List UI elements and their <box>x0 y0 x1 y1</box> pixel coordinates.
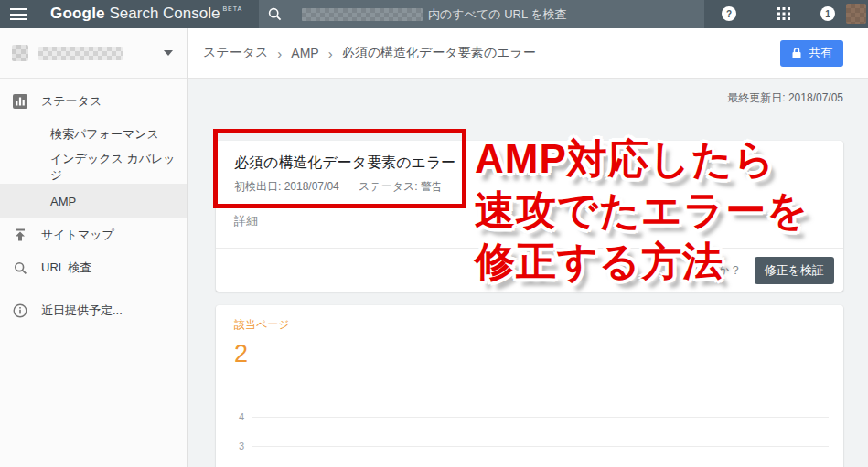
chevron-down-icon <box>164 50 173 56</box>
affected-pages-count: 2 <box>234 340 825 368</box>
apps-grid-icon[interactable] <box>777 7 790 20</box>
gridline-3: 3 <box>228 440 829 451</box>
beta-badge: BETA <box>222 5 242 12</box>
affected-pages-label: 該当ページ <box>234 317 825 333</box>
sidebar-item-amp[interactable]: AMP <box>0 184 187 218</box>
sidebar-item-label: サイトマップ <box>41 227 114 243</box>
sidebar-item-sitemaps[interactable]: サイトマップ <box>0 218 187 251</box>
sidebar-nav: ステータス 検索パフォーマンス インデックス カバレッジ AMP サイトマップ <box>0 79 187 327</box>
sidebar-item-search-performance[interactable]: 検索パフォーマンス <box>0 118 187 151</box>
sidebar-item-label: URL 検査 <box>41 260 91 276</box>
app-window: Google Search ConsoleBETA 内のすべての URL を検査… <box>0 0 868 467</box>
top-bar: Google Search ConsoleBETA 内のすべての URL を検査… <box>0 0 868 28</box>
property-favicon <box>12 45 28 61</box>
annotation-line-1: AMP対応したら <box>475 133 809 185</box>
sidebar-item-label: インデックス カバレッジ <box>50 151 187 184</box>
sidebar-item-label: AMP <box>50 195 76 208</box>
lock-icon <box>791 47 802 59</box>
account-avatar[interactable] <box>846 4 866 24</box>
status-chart-icon <box>13 94 27 109</box>
app-logo: Google Search ConsoleBETA <box>50 5 242 23</box>
annotation-line-2: 速攻でたエラーを <box>475 185 809 236</box>
breadcrumb: ステータス › AMP › 必須の構造化データ要素のエラー 共有 <box>188 28 868 79</box>
sidebar-item-coming-soon[interactable]: 近日提供予定... <box>0 294 187 327</box>
breadcrumb-separator: › <box>328 46 333 61</box>
magnifier-icon <box>13 260 27 275</box>
breadcrumb-separator: › <box>277 46 282 61</box>
gridline-4: 4 <box>228 411 829 422</box>
sidebar: ステータス 検索パフォーマンス インデックス カバレッジ AMP サイトマップ <box>0 28 188 467</box>
share-button[interactable]: 共有 <box>780 40 843 67</box>
breadcrumb-status[interactable]: ステータス <box>203 45 268 61</box>
sidebar-item-status[interactable]: ステータス <box>0 85 187 118</box>
affected-pages-card: 該当ページ 2 4 3 2 <box>216 305 843 467</box>
search-icon <box>268 7 282 21</box>
logo-search-console: Search Console <box>105 5 220 22</box>
help-glyph: ? <box>726 9 732 19</box>
last-updated-text: 最終更新日: 2018/07/05 <box>212 90 843 106</box>
upload-icon <box>13 228 27 242</box>
redacted-property-prefix <box>302 8 423 21</box>
help-icon[interactable]: ? <box>722 6 736 21</box>
menu-icon[interactable] <box>10 8 27 20</box>
sidebar-item-label: 検索パフォーマンス <box>50 126 159 143</box>
logo-google: Google <box>50 5 105 22</box>
sidebar-divider <box>0 292 187 292</box>
url-inspection-search-input[interactable]: 内のすべての URL を検査 <box>259 0 704 28</box>
affected-pages-chart: 4 3 2 <box>216 379 843 467</box>
info-icon <box>13 303 27 318</box>
search-placeholder-text: 内のすべての URL を検査 <box>428 6 567 23</box>
notification-count: 1 <box>825 9 830 19</box>
y-tick-label: 3 <box>228 440 244 451</box>
sidebar-item-label: 近日提供予定... <box>41 302 123 319</box>
annotation-red-rectangle <box>213 129 466 208</box>
breadcrumb-current-page: 必須の構造化データ要素のエラー <box>342 45 536 61</box>
sidebar-item-index-coverage[interactable]: インデックス カバレッジ <box>0 151 187 184</box>
notification-badge[interactable]: 1 <box>820 6 835 21</box>
annotation-line-3: 修正する方法 <box>475 236 809 287</box>
gridline <box>252 446 829 447</box>
property-selector[interactable] <box>0 28 187 79</box>
share-button-label: 共有 <box>809 45 832 61</box>
redacted-property-name <box>38 47 123 60</box>
annotation-text: AMP対応したら 速攻でたエラーを 修正する方法 <box>475 133 809 287</box>
y-tick-label: 4 <box>228 411 244 422</box>
breadcrumb-amp[interactable]: AMP <box>291 46 318 60</box>
sidebar-item-url-inspection[interactable]: URL 検査 <box>0 251 187 284</box>
sidebar-item-label: ステータス <box>41 93 102 110</box>
gridline <box>252 417 829 418</box>
